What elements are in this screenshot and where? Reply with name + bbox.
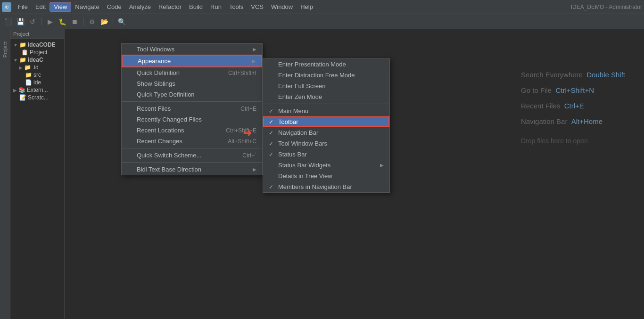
appearance-tool-window-bars[interactable]: ✓ Tool Window Bars bbox=[263, 138, 389, 149]
appearance-enter-distraction-free[interactable]: Enter Distraction Free Mode bbox=[263, 70, 389, 81]
check-icon: ✓ bbox=[128, 58, 135, 65]
submenu-arrow-icon: ▶ bbox=[252, 58, 256, 64]
check-icon: ✓ bbox=[127, 127, 134, 134]
view-menu-tool-windows[interactable]: ✓ Tool Windows ▶ bbox=[122, 44, 262, 55]
appearance-toolbar[interactable]: ✓ Toolbar bbox=[263, 116, 389, 127]
toolbar-sep-2 bbox=[83, 17, 83, 26]
view-menu-quick-switch[interactable]: ✓ Quick Switch Scheme... Ctrl+` bbox=[122, 150, 262, 161]
submenu-arrow-icon: ▶ bbox=[253, 47, 256, 52]
view-menu-container: ✓ Tool Windows ▶ ✓ Appearance ▶ ✓ Quick … bbox=[121, 43, 263, 175]
project-header-label: Project bbox=[13, 31, 29, 37]
appearance-enter-zen-mode[interactable]: Enter Zen Mode bbox=[263, 91, 389, 102]
menu-separator bbox=[122, 101, 262, 102]
menu-help[interactable]: Help bbox=[297, 2, 317, 11]
view-menu-bidi-text[interactable]: ✓ Bidi Text Base Direction ▶ bbox=[122, 164, 262, 175]
menu-navigate[interactable]: Navigate bbox=[71, 2, 103, 11]
main-layout: Project Project ▼ 📁 ideaCODE 📋 Project ▼… bbox=[0, 29, 644, 319]
check-icon: ✓ bbox=[269, 140, 275, 147]
view-menu-quick-definition[interactable]: ✓ Quick Definition Ctrl+Shift+I bbox=[122, 67, 262, 78]
appearance-details-tree-view[interactable]: Details in Tree View bbox=[263, 171, 389, 181]
view-menu-recent-files[interactable]: ✓ Recent Files Ctrl+E bbox=[122, 103, 262, 114]
appearance-members-nav-bar[interactable]: ✓ Members in Navigation Bar bbox=[263, 181, 389, 192]
navigation-bar-hint: Navigation Bar Alt+Home bbox=[521, 114, 625, 129]
folder-icon: 📁 bbox=[19, 57, 26, 63]
check-icon: ✓ bbox=[127, 46, 134, 53]
menu-refactor[interactable]: Refactor bbox=[155, 2, 185, 11]
project-tab-label[interactable]: Project bbox=[1, 39, 9, 60]
view-menu-appearance[interactable]: ✓ Appearance ▶ bbox=[122, 55, 262, 67]
project-panel-header: Project bbox=[10, 29, 64, 39]
project-panel: Project ▼ 📁 ideaCODE 📋 Project ▼ 📁 ideaC… bbox=[10, 29, 65, 319]
check-icon: ✓ bbox=[127, 81, 134, 87]
tree-item-extern[interactable]: ▶ 📚 Extern... bbox=[11, 86, 63, 94]
toolbar-settings-btn[interactable]: ⚙ bbox=[87, 16, 97, 27]
appearance-status-bar[interactable]: ✓ Status Bar bbox=[263, 149, 389, 160]
tree-label: ideaCODE bbox=[28, 41, 56, 48]
tree-item-project[interactable]: 📋 Project bbox=[11, 49, 63, 56]
content-area: Search Everywhere Double Shift Go to Fil… bbox=[65, 29, 644, 319]
check-icon: ✓ bbox=[127, 106, 134, 112]
submenu-arrow-icon: ▶ bbox=[253, 167, 256, 172]
view-menu-recently-changed-files[interactable]: ✓ Recently Changed Files bbox=[122, 114, 262, 125]
appearance-enter-presentation[interactable]: Enter Presentation Mode bbox=[263, 59, 389, 70]
appearance-main-menu[interactable]: ✓ Main Menu bbox=[263, 106, 389, 116]
tree-label: Project bbox=[30, 49, 47, 56]
tree-arrow: ▶ bbox=[13, 88, 17, 93]
toolbar-refresh-btn[interactable]: ↺ bbox=[27, 16, 38, 27]
check-icon: ✓ bbox=[269, 184, 275, 190]
submenu-arrow-icon: ▶ bbox=[380, 163, 384, 168]
library-icon: 📚 bbox=[18, 87, 25, 93]
toolbar-stop-btn[interactable]: ⏹ bbox=[69, 16, 80, 27]
tree-item-id[interactable]: ▶ 📁 .id bbox=[11, 64, 63, 71]
check-icon: ✓ bbox=[127, 116, 134, 123]
app-title: IDEA_DEMO - Administrator bbox=[571, 4, 642, 10]
check-icon: ✓ bbox=[269, 108, 275, 115]
go-to-file-hint: Go to File Ctrl+Shift+N bbox=[521, 82, 625, 98]
toolbar-new-btn[interactable]: ⬛ bbox=[3, 16, 13, 27]
toolbar-save-btn[interactable]: 💾 bbox=[15, 16, 25, 27]
recent-files-hint: Recent Files Ctrl+E bbox=[521, 98, 625, 114]
toolbar-open-btn[interactable]: 📂 bbox=[99, 16, 109, 27]
tree-label: ide bbox=[33, 79, 41, 86]
tree-label: .id bbox=[33, 64, 39, 71]
menu-file[interactable]: File bbox=[14, 2, 32, 11]
menu-view[interactable]: View bbox=[50, 2, 71, 12]
file-icon: 📄 bbox=[25, 79, 32, 86]
tree-arrow: ▼ bbox=[13, 57, 18, 63]
menu-window[interactable]: Window bbox=[267, 2, 297, 11]
toolbar-search-btn[interactable]: 🔍 bbox=[116, 16, 127, 27]
tree-item-ide[interactable]: 📄 ide bbox=[11, 79, 63, 86]
menu-run[interactable]: Run bbox=[206, 2, 225, 11]
tree-item-ideac[interactable]: ▼ 📁 ideaC bbox=[11, 56, 63, 64]
check-icon: ✓ bbox=[127, 166, 134, 173]
menu-tools[interactable]: Tools bbox=[225, 2, 247, 11]
appearance-navigation-bar[interactable]: ✓ Navigation Bar bbox=[263, 127, 389, 138]
appearance-status-bar-widgets[interactable]: Status Bar Widgets ▶ bbox=[263, 160, 389, 171]
project-icon: 📋 bbox=[21, 49, 28, 56]
check-icon: ✓ bbox=[127, 70, 134, 76]
menu-edit[interactable]: Edit bbox=[32, 2, 50, 11]
search-everywhere-hint: Search Everywhere Double Shift bbox=[521, 67, 625, 82]
tree-label: Extern... bbox=[27, 87, 48, 93]
check-icon: ✓ bbox=[269, 130, 275, 136]
tree-item-scratch[interactable]: 📝 Scratc... bbox=[11, 94, 63, 101]
view-menu-quick-type-definition[interactable]: ✓ Quick Type Definition bbox=[122, 89, 262, 100]
view-menu-recent-locations[interactable]: ✓ Recent Locations Ctrl+Shift+E bbox=[122, 125, 262, 136]
toolbar: ⬛ 💾 ↺ ▶ 🐛 ⏹ ⚙ 📂 🔍 bbox=[0, 14, 644, 29]
appearance-submenu: Enter Presentation Mode Enter Distractio… bbox=[263, 58, 390, 193]
folder-icon: 📁 bbox=[25, 72, 32, 78]
toolbar-run-btn[interactable]: ▶ bbox=[45, 16, 55, 27]
toolbar-debug-btn[interactable]: 🐛 bbox=[57, 16, 67, 27]
appearance-submenu-container: Enter Presentation Mode Enter Distractio… bbox=[263, 58, 390, 193]
view-menu-show-siblings[interactable]: ✓ Show Siblings bbox=[122, 78, 262, 89]
view-menu-recent-changes[interactable]: ✓ Recent Changes Alt+Shift+C bbox=[122, 136, 262, 147]
app-logo: IC bbox=[2, 2, 11, 12]
menu-build[interactable]: Build bbox=[185, 2, 206, 11]
menu-analyze[interactable]: Analyze bbox=[125, 2, 155, 11]
menu-code[interactable]: Code bbox=[103, 2, 125, 11]
tree-item-ideacode[interactable]: ▼ 📁 ideaCODE bbox=[11, 41, 63, 49]
appearance-enter-full-screen[interactable]: Enter Full Screen bbox=[263, 81, 389, 91]
tree-label: src bbox=[33, 72, 41, 78]
menu-vcs[interactable]: VCS bbox=[247, 2, 267, 11]
tree-item-src[interactable]: 📁 src bbox=[11, 71, 63, 79]
